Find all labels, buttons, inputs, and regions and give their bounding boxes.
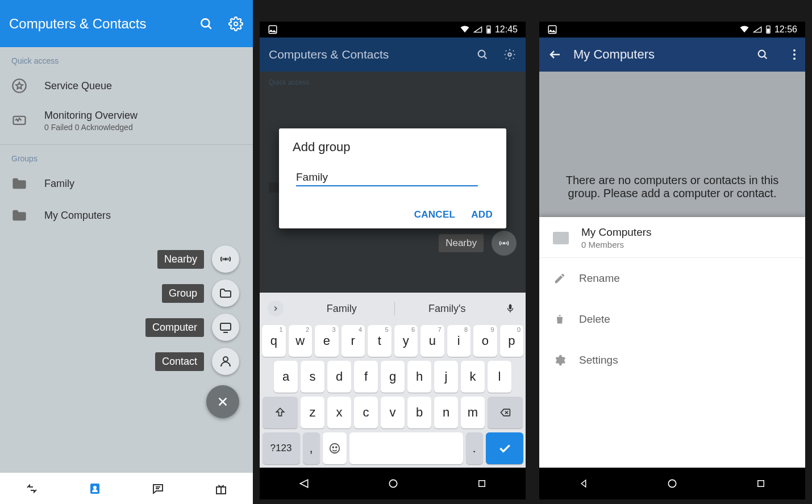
app-title: Computers & Contacts xyxy=(269,48,462,61)
svg-line-21 xyxy=(484,56,487,59)
key-l[interactable]: l xyxy=(488,361,511,393)
list-item-monitoring[interactable]: Monitoring Overview 0 Failed 0 Acknowled… xyxy=(0,102,253,140)
menu-settings[interactable]: Settings xyxy=(539,340,805,381)
nav-gift-icon[interactable] xyxy=(190,482,253,495)
enter-key[interactable] xyxy=(486,432,523,464)
fab-group[interactable]: Group xyxy=(162,280,239,307)
picture-icon xyxy=(547,24,557,35)
suggestion[interactable]: Family xyxy=(289,303,394,315)
svg-point-22 xyxy=(508,53,511,56)
home-icon[interactable] xyxy=(667,478,678,489)
folder-icon[interactable] xyxy=(212,280,239,307)
back-icon[interactable] xyxy=(548,48,562,61)
key-g[interactable]: g xyxy=(381,361,405,393)
key-t[interactable]: t5 xyxy=(368,325,392,357)
contacts-body: Quick access My Computers Nearby Add gro… xyxy=(260,72,526,293)
menu-label: Delete xyxy=(579,313,610,326)
symbols-key[interactable]: ?123 xyxy=(263,432,300,464)
key-k[interactable]: k xyxy=(461,361,485,393)
svg-point-36 xyxy=(793,49,796,52)
svg-point-2 xyxy=(234,22,238,26)
fab-close-button[interactable] xyxy=(206,385,239,418)
gear-icon xyxy=(553,353,567,367)
nav-chat-icon[interactable] xyxy=(127,482,190,495)
fab-contact[interactable]: Contact xyxy=(155,348,239,375)
settings-icon[interactable] xyxy=(503,48,517,61)
key-e[interactable]: e3 xyxy=(315,325,339,357)
shift-key[interactable] xyxy=(263,397,298,428)
broadcast-icon[interactable] xyxy=(492,231,517,256)
recents-icon[interactable] xyxy=(477,478,487,489)
soft-keyboard: Family Family's q1w2e3r4t5y6u7i8o9p0 asd… xyxy=(260,293,526,468)
group-my-computers[interactable]: My Computers xyxy=(0,199,253,231)
svg-point-28 xyxy=(335,447,336,448)
search-icon[interactable] xyxy=(756,48,769,61)
backspace-key[interactable] xyxy=(488,397,523,428)
key-m[interactable]: m xyxy=(461,397,485,428)
groups-label: Groups xyxy=(0,145,253,168)
key-a[interactable]: a xyxy=(274,361,298,393)
key-p[interactable]: p0 xyxy=(500,325,524,357)
search-icon[interactable] xyxy=(476,48,489,61)
settings-icon[interactable] xyxy=(228,16,244,32)
search-icon[interactable] xyxy=(198,16,214,32)
space-key[interactable] xyxy=(349,432,463,464)
monitor-icon[interactable] xyxy=(212,314,239,341)
fab-nearby[interactable]: Nearby xyxy=(157,245,239,273)
key-o[interactable]: o9 xyxy=(473,325,497,357)
key-c[interactable]: c xyxy=(354,397,378,428)
suggestion[interactable]: Family's xyxy=(395,303,500,315)
group-body: There are no computers or contacts in th… xyxy=(539,72,805,468)
system-nav xyxy=(260,468,526,499)
key-x[interactable]: x xyxy=(327,397,351,428)
key-z[interactable]: z xyxy=(301,397,324,428)
key-i[interactable]: i8 xyxy=(447,325,471,357)
nav-connect-icon[interactable] xyxy=(0,482,63,495)
cancel-button[interactable]: CANCEL xyxy=(414,209,456,220)
menu-rename[interactable]: Rename xyxy=(539,258,805,299)
wifi-icon xyxy=(460,26,470,34)
back-icon[interactable] xyxy=(578,478,589,489)
recents-icon[interactable] xyxy=(756,478,766,489)
emoji-key[interactable] xyxy=(323,432,347,464)
fab-label: Contact xyxy=(155,352,204,371)
signal-icon xyxy=(753,26,762,34)
key-j[interactable]: j xyxy=(434,361,458,393)
period-key[interactable]: . xyxy=(466,432,483,464)
list-item-service-queue[interactable]: Service Queue xyxy=(0,70,253,102)
key-q[interactable]: q1 xyxy=(262,325,286,357)
dialog-title: Add group xyxy=(293,140,493,155)
key-h[interactable]: h xyxy=(407,361,431,393)
comma-key[interactable]: , xyxy=(303,432,320,464)
key-u[interactable]: u7 xyxy=(420,325,444,357)
key-w[interactable]: w2 xyxy=(289,325,313,357)
key-n[interactable]: n xyxy=(434,397,458,428)
key-f[interactable]: f xyxy=(354,361,378,393)
sheet-subtitle: 0 Members xyxy=(581,240,652,249)
menu-label: Settings xyxy=(579,354,618,366)
group-family[interactable]: Family xyxy=(0,168,253,199)
more-icon[interactable] xyxy=(793,48,796,61)
contacts-body: Quick access Service Queue Monitoring Ov… xyxy=(0,47,253,473)
svg-point-5 xyxy=(225,259,227,260)
mic-icon[interactable] xyxy=(505,303,518,314)
key-y[interactable]: y6 xyxy=(394,325,418,357)
broadcast-icon[interactable] xyxy=(212,245,239,273)
back-icon[interactable] xyxy=(298,478,310,489)
add-button[interactable]: ADD xyxy=(471,209,493,220)
item-title: Monitoring Overview xyxy=(44,110,241,122)
fab-nearby[interactable]: Nearby xyxy=(439,231,517,256)
key-r[interactable]: r4 xyxy=(342,325,365,357)
status-time: 12:56 xyxy=(774,24,797,35)
fab-computer[interactable]: Computer xyxy=(145,314,239,341)
group-name-input[interactable] xyxy=(296,169,478,186)
key-d[interactable]: d xyxy=(327,361,351,393)
expand-icon[interactable] xyxy=(268,301,284,316)
nav-contacts-icon[interactable] xyxy=(63,482,126,495)
key-b[interactable]: b xyxy=(407,397,431,428)
home-icon[interactable] xyxy=(388,478,399,489)
person-icon[interactable] xyxy=(212,348,239,375)
menu-delete[interactable]: Delete xyxy=(539,299,805,340)
key-s[interactable]: s xyxy=(301,361,324,393)
key-v[interactable]: v xyxy=(381,397,405,428)
